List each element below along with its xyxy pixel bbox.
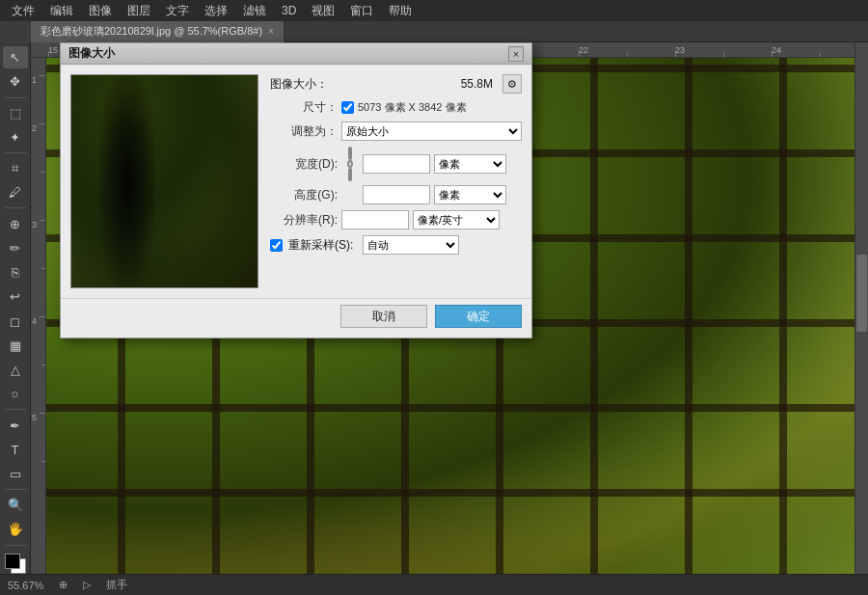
tab-filename: 彩色磨砂玻璃20210829l.jpg @ 55.7%(RGB/8#)	[41, 24, 262, 39]
ruler-mark: 5	[32, 413, 37, 422]
dimension-value: 5073 像素 X 3842 像素	[358, 100, 467, 115]
vertical-scrollbar[interactable]	[854, 42, 868, 574]
resample-label: 重新采样(S):	[288, 237, 353, 254]
dialog-right-panel: 图像大小： 55.8M ⚙ 尺寸： 5073 像素 X 3842 像素 调整为：	[258, 74, 522, 288]
ruler-tick-v	[40, 413, 45, 414]
toolbar-left: ↖ ✥ ⬚ ✦ ⌗ 🖊 ⊕ ✏ ⎘ ↩ ◻ ▦ △ ○ ✒ T ▭ 🔍 🖐	[0, 42, 31, 574]
tool-shape[interactable]: ▭	[3, 463, 28, 485]
statusbar: 55.67% ⊕ ▷ 抓手	[0, 574, 868, 595]
tool-blur[interactable]: △	[3, 359, 28, 381]
tool-hand[interactable]: 🖐	[3, 518, 28, 540]
document-tab[interactable]: 彩色磨砂玻璃20210829l.jpg @ 55.7%(RGB/8#) ×	[31, 21, 285, 42]
resample-checkbox[interactable]	[270, 239, 283, 252]
resize-row: 调整为： 原始大小	[270, 122, 522, 141]
tabbar: 彩色磨砂玻璃20210829l.jpg @ 55.7%(RGB/8#) ×	[31, 21, 868, 42]
menu-item-image[interactable]: 图像	[81, 1, 120, 21]
tool-pen[interactable]: ✒	[3, 414, 28, 436]
tool-gradient[interactable]: ▦	[3, 335, 28, 357]
tool-lasso[interactable]: ⬚	[3, 101, 28, 123]
image-size-dialog[interactable]: 图像大小 × 图像大小： 55.8M ⚙	[60, 42, 532, 338]
wh-block: 宽度(D):	[270, 147, 522, 204]
tool-separator-5	[5, 489, 26, 490]
tool-eraser[interactable]: ◻	[3, 310, 28, 332]
dimension-checkbox[interactable]	[341, 101, 354, 114]
settings-button[interactable]: ⚙	[502, 74, 522, 94]
resolution-label: 分辨率(R):	[270, 212, 338, 229]
ruler-mark: 24	[772, 45, 781, 55]
tool-select[interactable]: ↖	[3, 46, 28, 68]
ruler-mark: 15	[48, 45, 58, 55]
ruler-mark: 22	[579, 45, 588, 55]
width-label: 宽度(D):	[270, 156, 338, 173]
width-unit-select[interactable]: 像素	[434, 154, 506, 174]
tool-stamp[interactable]: ⎘	[3, 261, 28, 284]
tool-history[interactable]: ↩	[3, 285, 28, 308]
resample-select[interactable]: 自动	[363, 235, 459, 255]
menu-item-3d[interactable]: 3D	[274, 2, 304, 19]
resize-select[interactable]: 原始大小	[341, 122, 522, 141]
height-input[interactable]: 3842	[363, 185, 430, 204]
ruler-tick	[772, 51, 773, 57]
ruler-tick	[48, 51, 49, 57]
ruler-tick-v	[41, 172, 45, 173]
ruler-tick-v	[40, 220, 45, 221]
status-icon-2[interactable]: ▷	[83, 579, 91, 591]
menu-item-file[interactable]: 文件	[4, 1, 42, 21]
image-size-value: 55.8M	[461, 77, 493, 91]
ruler-tick	[675, 51, 676, 57]
tool-separator-4	[5, 409, 26, 410]
height-unit-select[interactable]: 像素	[434, 185, 506, 204]
height-label: 高度(G):	[270, 187, 338, 203]
resolution-unit-select[interactable]: 像素/英寸	[413, 210, 500, 230]
menu-item-layer[interactable]: 图层	[120, 1, 158, 21]
tool-brush[interactable]: ✏	[3, 237, 28, 259]
menu-item-view[interactable]: 视图	[304, 1, 342, 21]
zoom-level: 55.67%	[8, 580, 43, 591]
ruler-tick-v	[40, 75, 45, 76]
scrollbar-thumb[interactable]	[856, 255, 867, 332]
menu-item-filter[interactable]: 滤镜	[235, 1, 274, 21]
width-input[interactable]: 5073	[363, 154, 430, 174]
image-size-row: 图像大小： 55.8M ⚙	[270, 74, 522, 94]
ruler-tick-v	[40, 316, 45, 317]
tool-dodge[interactable]: ○	[3, 383, 28, 405]
ruler-tick-v	[40, 123, 45, 124]
height-row: 高度(G): 3842 像素	[270, 185, 522, 204]
ruler-mark: 1	[32, 75, 37, 85]
dimension-row: 尺寸： 5073 像素 X 3842 像素	[270, 99, 522, 116]
svg-rect-1	[348, 168, 352, 181]
tool-zoom[interactable]: 🔍	[3, 494, 28, 516]
tool-text[interactable]: T	[3, 439, 28, 461]
menu-item-select[interactable]: 选择	[197, 1, 235, 21]
status-icon-1[interactable]: ⊕	[59, 579, 68, 591]
tool-magic[interactable]: ✦	[3, 126, 28, 149]
tab-close-btn[interactable]: ×	[268, 26, 274, 37]
tool-separator-6	[5, 545, 26, 546]
menu-item-type[interactable]: 文字	[158, 1, 197, 21]
ruler-mark: 23	[675, 45, 685, 55]
tool-eyedrop[interactable]: 🖊	[3, 181, 28, 203]
ruler-tick	[723, 53, 724, 57]
menu-item-help[interactable]: 帮助	[381, 1, 420, 21]
ruler-tick	[579, 51, 580, 57]
tool-crop[interactable]: ⌗	[3, 157, 28, 179]
dialog-close-button[interactable]: ×	[508, 46, 524, 62]
menu-item-edit[interactable]: 编辑	[42, 1, 81, 21]
tool-move[interactable]: ✥	[3, 70, 28, 93]
tool-heal[interactable]: ⊕	[3, 212, 28, 234]
dialog-footer: 取消 确定	[61, 298, 531, 338]
foreground-color[interactable]	[5, 554, 20, 569]
menu-item-window[interactable]: 窗口	[342, 1, 381, 21]
ruler-mark: 3	[32, 220, 37, 230]
tool-name: 抓手	[106, 578, 127, 592]
ruler-left: 1 2 3 4 5	[31, 58, 46, 574]
resolution-input[interactable]: 300	[341, 210, 409, 230]
svg-rect-0	[348, 147, 352, 160]
tool-separator-2	[5, 152, 26, 153]
ok-button[interactable]: 确定	[435, 305, 522, 328]
menubar: 文件 编辑 图像 图层 文字 选择 滤镜 3D 视图 窗口 帮助	[0, 0, 868, 21]
color-swatch[interactable]	[5, 554, 26, 574]
ruler-tick-v	[41, 461, 45, 462]
ruler-tick	[820, 53, 821, 57]
cancel-button[interactable]: 取消	[340, 305, 427, 328]
